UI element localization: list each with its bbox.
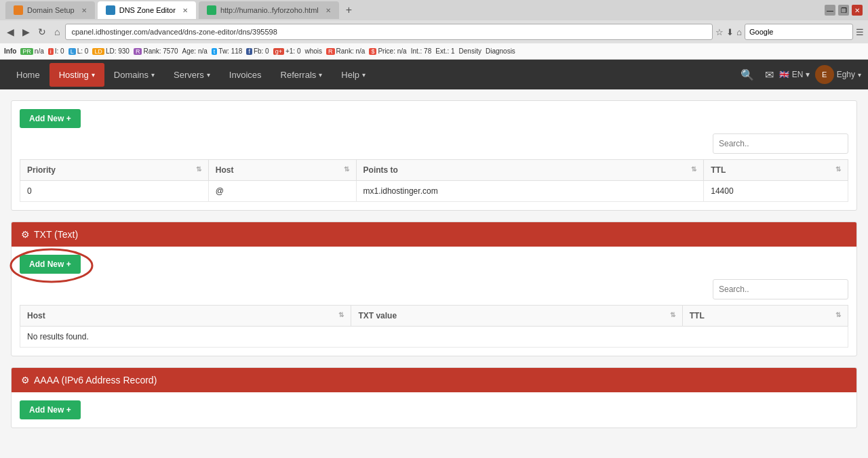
mx-row-host: @ — [208, 181, 356, 202]
nav-help[interactable]: Help ▾ — [332, 63, 375, 87]
info-rank2: R Rank: n/a — [326, 47, 365, 55]
nav-home[interactable]: Home — [7, 63, 50, 87]
minimize-button[interactable]: — — [825, 5, 835, 16]
tab-label-2: DNS Zone Editor — [119, 6, 176, 14]
settings-button[interactable]: ☰ — [856, 27, 864, 37]
address-input[interactable] — [65, 24, 713, 40]
info-tw: t Tw: 118 — [212, 47, 243, 55]
reload-button[interactable]: ↻ — [35, 25, 49, 39]
maximize-button[interactable]: ❐ — [838, 5, 849, 16]
tab-close-1[interactable]: ✕ — [81, 7, 87, 14]
aaaa-section-icon: ⚙ — [21, 375, 30, 386]
mx-add-new-button[interactable]: Add New + — [20, 109, 81, 128]
tab-domain-setup[interactable]: Domain Setup ✕ — [5, 1, 95, 19]
info-int: Int.: 78 — [411, 47, 432, 55]
table-row: 0 @ mx1.idhostinger.com 14400 — [20, 181, 848, 202]
txt-no-results: No results found. — [20, 327, 848, 348]
nav-search-button[interactable]: 🔍 — [735, 66, 760, 84]
back-button[interactable]: ◀ — [4, 25, 17, 39]
nav-domains[interactable]: Domains ▾ — [104, 63, 164, 87]
mx-search-input[interactable] — [713, 133, 848, 154]
info-age: Age: n/a — [182, 47, 208, 55]
mx-col-points-to[interactable]: Points to ⇅ — [356, 160, 704, 181]
close-button[interactable]: ✕ — [852, 5, 863, 16]
tab-label-1: Domain Setup — [27, 6, 75, 14]
info-ld: LD LD: 930 — [92, 47, 130, 55]
new-tab-button[interactable]: + — [342, 4, 356, 16]
mx-row-points-to: mx1.idhostinger.com — [356, 181, 704, 202]
tab-favicon-2 — [106, 5, 115, 15]
email-icon[interactable]: ✉ — [765, 68, 774, 81]
browser-search-input[interactable] — [745, 24, 853, 40]
info-l: L L: 0 — [68, 47, 89, 55]
txt-section-header: ⚙ TXT (Text) — [12, 222, 856, 247]
aaaa-add-new-button[interactable]: Add New + — [20, 400, 81, 419]
address-bar-row: ◀ ▶ ↻ ⌂ ☆ ⬇ ⌂ ☰ — [0, 20, 868, 43]
mx-section: Add New + Priority ⇅ Host ⇅ Points t — [11, 100, 857, 211]
mx-table: Priority ⇅ Host ⇅ Points to ⇅ TTL ⇅ — [20, 159, 848, 202]
txt-col-value[interactable]: TXT value ⇅ — [351, 306, 682, 327]
forward-button[interactable]: ▶ — [20, 25, 33, 39]
aaaa-section-title: AAAA (IPv6 Address Record) — [34, 375, 157, 386]
info-fb: f Fb: 0 — [246, 47, 269, 55]
nav-invoices[interactable]: Invoices — [220, 63, 271, 87]
aaaa-section-header: ⚙ AAAA (IPv6 Address Record) — [12, 368, 856, 392]
ttl-sort-icon: ⇅ — [835, 165, 841, 173]
language-selector[interactable]: 🇬🇧 EN ▾ — [779, 70, 809, 79]
txt-col-ttl[interactable]: TTL ⇅ — [682, 306, 848, 327]
tab-close-3[interactable]: ✕ — [326, 7, 331, 14]
mx-section-body: Add New + Priority ⇅ Host ⇅ Points t — [12, 101, 856, 210]
txt-section-body: Add New + Host ⇅ TXT value — [12, 247, 856, 356]
nav-servers[interactable]: Servers ▾ — [164, 63, 220, 87]
tab-close-2[interactable]: ✕ — [182, 7, 188, 14]
referrals-chevron: ▾ — [319, 71, 322, 79]
txt-add-new-wrapper: Add New + — [20, 255, 81, 274]
txt-host-sort-icon: ⇅ — [338, 311, 344, 318]
user-menu[interactable]: E Eghy ▾ — [815, 65, 861, 84]
mx-col-host[interactable]: Host ⇅ — [208, 160, 356, 181]
title-bar: Domain Setup ✕ DNS Zone Editor ✕ http://… — [0, 0, 868, 20]
window-controls: — ❐ ✕ — [825, 5, 863, 16]
txt-col-host[interactable]: Host ⇅ — [20, 306, 351, 327]
nav-referrals[interactable]: Referrals ▾ — [271, 63, 332, 87]
info-pr: PR n/a — [20, 47, 43, 55]
mx-col-ttl[interactable]: TTL ⇅ — [704, 160, 848, 181]
download-button[interactable]: ⬇ — [726, 27, 734, 37]
host-sort-icon: ⇅ — [344, 165, 349, 173]
info-bar: Info PR n/a i I: 0 L L: 0 LD LD: 930 R R… — [0, 43, 868, 60]
info-gplus: g+ +1: 0 — [273, 47, 301, 55]
help-chevron: ▾ — [362, 71, 366, 79]
aaaa-section-body: Add New + — [12, 392, 856, 428]
txt-add-new-button[interactable]: Add New + — [20, 255, 81, 274]
info-i: i I: 0 — [48, 47, 64, 55]
main-nav: Home Hosting ▾ Domains ▾ Servers ▾ Invoi… — [0, 60, 868, 89]
txt-ttl-sort-icon: ⇅ — [835, 311, 841, 318]
tab-favicon-1 — [14, 5, 23, 15]
tab-humanio[interactable]: http://humanio..fyforzoho.html ✕ — [199, 1, 339, 19]
txt-search-container — [20, 279, 848, 299]
txt-search-input[interactable] — [713, 279, 848, 299]
hosting-chevron: ▾ — [92, 71, 95, 79]
bookmark-button[interactable]: ☆ — [715, 27, 724, 37]
home-nav-button[interactable]: ⌂ — [52, 25, 62, 39]
user-avatar: E — [815, 65, 834, 84]
content-area: Add New + Priority ⇅ Host ⇅ Points t — [0, 89, 868, 428]
info-ext: Ext.: 1 — [435, 47, 454, 55]
nav-hosting[interactable]: Hosting ▾ — [50, 63, 104, 87]
tab-dns-zone-editor[interactable]: DNS Zone Editor ✕ — [98, 1, 196, 19]
mx-row-priority: 0 — [20, 181, 209, 202]
txt-section-title: TXT (Text) — [34, 229, 78, 240]
mx-col-priority[interactable]: Priority ⇅ — [20, 160, 209, 181]
info-price: $ Price: n/a — [369, 47, 406, 55]
txt-section-icon: ⚙ — [21, 229, 30, 240]
info-whois: whois — [304, 47, 322, 55]
domains-chevron: ▾ — [151, 71, 155, 79]
user-chevron: ▾ — [858, 71, 861, 79]
home-btn2[interactable]: ⌂ — [736, 27, 742, 37]
mx-row-ttl: 14400 — [704, 181, 848, 202]
aaaa-section: ⚙ AAAA (IPv6 Address Record) Add New + — [11, 367, 857, 428]
nav-right: ✉ 🇬🇧 EN ▾ E Eghy ▾ — [765, 65, 861, 84]
info-rank: R Rank: 7570 — [134, 47, 178, 55]
txt-table: Host ⇅ TXT value ⇅ TTL ⇅ No results foun… — [20, 305, 848, 348]
priority-sort-icon: ⇅ — [196, 165, 201, 173]
